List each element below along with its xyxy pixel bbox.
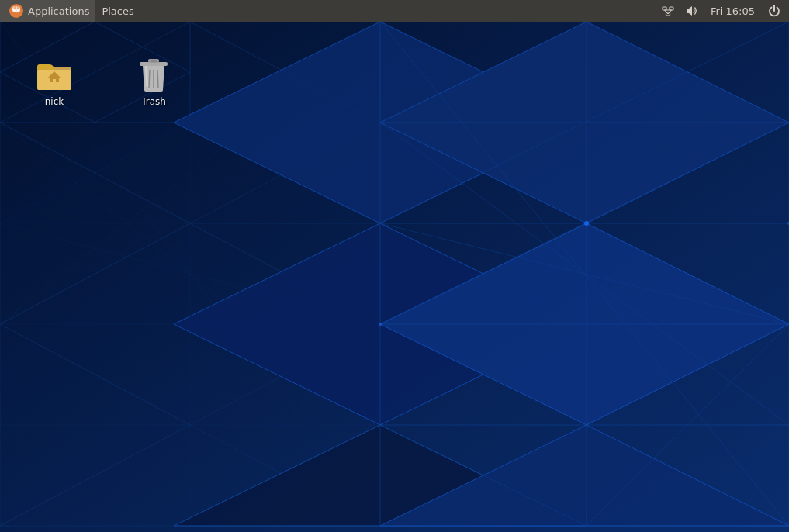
panel-right: Fri 16:05 [658, 1, 789, 21]
svg-rect-74 [151, 60, 157, 62]
desktop-background [0, 22, 789, 532]
svg-marker-12 [687, 6, 692, 16]
desktop-icon-nick[interactable]: nick [23, 53, 85, 110]
applications-label: Applications [28, 5, 89, 17]
folder-svg [36, 56, 73, 93]
svg-line-71 [149, 70, 150, 88]
desktop-bg-svg [0, 22, 789, 532]
volume-icon [684, 4, 698, 18]
power-icon [767, 4, 781, 18]
top-panel: Applications Places [0, 0, 789, 22]
svg-point-64 [379, 323, 382, 326]
svg-point-5 [17, 6, 19, 9]
xfce-logo-icon [8, 2, 25, 19]
power-icon-btn[interactable] [764, 1, 784, 21]
trash-svg [137, 56, 170, 93]
places-label: Places [102, 5, 133, 17]
trash-label: Trash [141, 96, 166, 107]
svg-point-63 [584, 221, 589, 226]
clock[interactable]: Fri 16:05 [704, 5, 761, 17]
nick-folder-icon [36, 56, 73, 93]
svg-rect-6 [663, 7, 666, 10]
nick-label: nick [45, 96, 64, 107]
svg-point-4 [14, 6, 16, 9]
network-icon-btn[interactable] [658, 1, 678, 21]
clock-text: Fri 16:05 [711, 5, 755, 17]
volume-icon-btn[interactable] [681, 1, 701, 21]
trash-icon [135, 56, 172, 93]
panel-left: Applications Places [0, 0, 658, 22]
svg-rect-7 [670, 7, 673, 10]
network-icon [661, 4, 675, 18]
svg-line-73 [157, 70, 158, 88]
desktop-icon-trash[interactable]: Trash [123, 53, 185, 110]
applications-menu[interactable]: Applications [0, 0, 95, 22]
desktop: nick Trash [0, 22, 789, 532]
places-menu[interactable]: Places [95, 0, 140, 22]
